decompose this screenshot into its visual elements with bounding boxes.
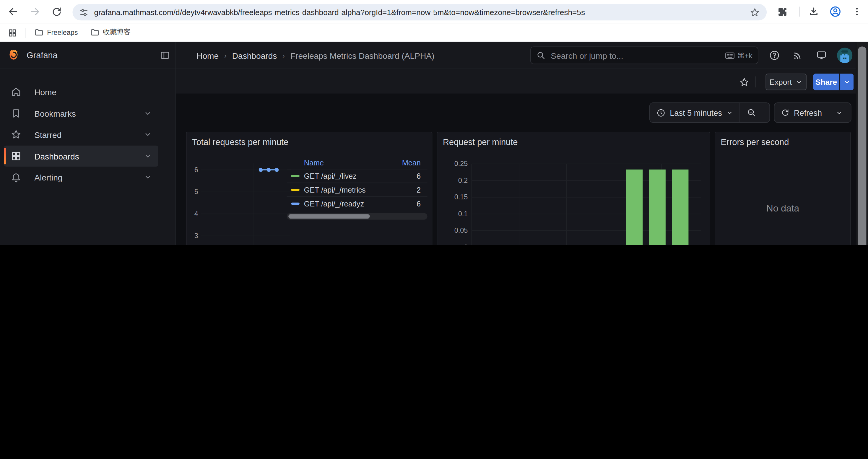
- sidebar-item-label: Bookmarks: [34, 109, 144, 118]
- series-mean: 2: [388, 186, 421, 194]
- breadcrumb-home[interactable]: Home: [196, 51, 219, 60]
- star-icon: [11, 129, 22, 140]
- downloads-button[interactable]: [806, 4, 821, 19]
- favorite-dashboard-button[interactable]: [736, 74, 752, 90]
- legend-row[interactable]: GET /api/_/livez 6: [287, 169, 428, 183]
- display-button[interactable]: [816, 50, 827, 61]
- sidebar-item-alerting[interactable]: Alerting: [4, 167, 158, 188]
- total-requests-chart[interactable]: 6543217:40: [191, 159, 295, 245]
- legend-table: Name Mean GET /api/_/livez 6 GET /api/_/…: [287, 157, 428, 220]
- search-icon: [536, 51, 546, 60]
- clock-icon: [656, 108, 665, 117]
- legend-col-name[interactable]: Name: [304, 159, 388, 167]
- sidebar-item-label: Alerting: [34, 172, 144, 182]
- legend-row[interactable]: GET /api/_/metrics 2: [287, 183, 428, 196]
- apps-grid-button[interactable]: [4, 25, 20, 40]
- svg-text:0.05: 0.05: [454, 227, 468, 234]
- panel-title[interactable]: Total requests per minute: [192, 137, 288, 147]
- export-button[interactable]: Export: [766, 73, 807, 90]
- legend-col-mean[interactable]: Mean: [388, 159, 421, 167]
- svg-text:0.2: 0.2: [458, 177, 468, 184]
- search-box[interactable]: ⌘+k: [530, 46, 758, 64]
- help-button[interactable]: [769, 50, 780, 61]
- time-range-picker[interactable]: Last 5 minutes: [650, 103, 740, 123]
- grafana-app: Home › Dashboards › Freeleaps Metrics Da…: [0, 42, 868, 245]
- svg-text:3: 3: [194, 232, 198, 239]
- legend-header: Name Mean: [287, 157, 428, 169]
- chevron-down-icon[interactable]: [144, 152, 152, 160]
- sidebar-item-home[interactable]: Home: [4, 81, 158, 102]
- back-icon: [8, 6, 19, 17]
- reload-button[interactable]: [49, 4, 64, 19]
- zoom-out-icon: [747, 108, 756, 117]
- grafana-brand: Grafana: [27, 51, 58, 61]
- panel-errors-per-second: Errors per second No data: [715, 132, 851, 245]
- bookmarks-divider: [25, 28, 25, 38]
- sidebar-item-starred[interactable]: Starred: [4, 124, 158, 145]
- chevron-down-icon[interactable]: [144, 109, 152, 117]
- url-text[interactable]: grafana.mathmast.com/d/deytv4rwavabkb/fr…: [94, 8, 749, 17]
- search-input[interactable]: [550, 50, 721, 61]
- refresh-icon: [781, 108, 789, 117]
- kebab-menu-icon: [852, 6, 862, 17]
- series-mean: 6: [388, 199, 421, 208]
- profile-button[interactable]: [828, 4, 843, 19]
- refresh-button[interactable]: Refresh: [774, 103, 829, 123]
- series-name[interactable]: GET /api/_/readyz: [304, 199, 388, 208]
- vertical-scrollbar[interactable]: [856, 42, 868, 245]
- legend-scrollbar[interactable]: [287, 213, 428, 220]
- forward-button[interactable]: [27, 4, 42, 19]
- bookmark-folder-blogs[interactable]: 收藏博客: [90, 28, 131, 37]
- svg-text:0: 0: [464, 243, 468, 245]
- url-bar[interactable]: grafana.mathmast.com/d/deytv4rwavabkb/fr…: [72, 4, 767, 21]
- refresh-interval-button[interactable]: [829, 103, 849, 123]
- grafana-logo[interactable]: [7, 49, 20, 62]
- svg-text:5: 5: [194, 188, 198, 196]
- share-label: Share: [815, 77, 837, 86]
- browser-menu-button[interactable]: [849, 4, 864, 19]
- series-dash: [291, 175, 300, 177]
- export-label: Export: [769, 77, 792, 86]
- scrollbar-thumb[interactable]: [858, 46, 866, 245]
- bookmark-folder-freeleaps[interactable]: Freeleaps: [34, 28, 78, 37]
- home-icon: [11, 86, 22, 97]
- scrollbar-thumb[interactable]: [288, 214, 370, 219]
- panel-title[interactable]: Request per minute: [443, 137, 518, 147]
- svg-text:0.1: 0.1: [458, 210, 468, 218]
- user-avatar[interactable]: [837, 47, 852, 63]
- time-range-label: Last 5 minutes: [670, 108, 722, 117]
- search-shortcut: ⌘+k: [725, 51, 752, 59]
- request-per-minute-chart[interactable]: 17:37:0017:38:0017:39:0017:40:0017:41:00…: [442, 157, 706, 245]
- back-button[interactable]: [6, 4, 21, 19]
- svg-text:0.25: 0.25: [454, 160, 468, 167]
- help-icon: [769, 50, 780, 61]
- bookmark-folder-label: Freeleaps: [47, 28, 78, 36]
- svg-text:6: 6: [194, 166, 198, 174]
- breadcrumb-current: Freeleaps Metrics Dashboard (ALPHA): [290, 51, 434, 60]
- sidebar-item-label: Starred: [34, 130, 144, 139]
- extensions-button[interactable]: [774, 4, 790, 19]
- zoom-out-button[interactable]: [740, 103, 763, 123]
- bookmark-star-icon[interactable]: [749, 7, 760, 18]
- panel-title[interactable]: Errors per second: [721, 137, 789, 147]
- star-icon: [739, 77, 749, 88]
- sidebar: Grafana Home Bookmarks Starred Dashboar: [0, 42, 176, 245]
- share-button[interactable]: Share: [813, 73, 839, 90]
- sidebar-item-dashboards[interactable]: Dashboards: [4, 145, 158, 167]
- news-button[interactable]: [792, 50, 803, 61]
- series-dash: [291, 202, 300, 205]
- svg-text:0.15: 0.15: [454, 193, 468, 201]
- series-dash: [291, 189, 300, 191]
- site-settings-icon[interactable]: [79, 7, 89, 17]
- sidebar-item-bookmarks[interactable]: Bookmarks: [4, 103, 158, 124]
- series-name[interactable]: GET /api/_/livez: [304, 172, 388, 180]
- series-name[interactable]: GET /api/_/metrics: [304, 186, 388, 194]
- chevron-down-icon[interactable]: [144, 173, 152, 181]
- legend-row[interactable]: GET /api/_/readyz 6: [287, 196, 428, 210]
- breadcrumb-dashboards[interactable]: Dashboards: [232, 51, 277, 60]
- time-range-group: Last 5 minutes: [649, 102, 770, 123]
- chevron-down-icon[interactable]: [144, 131, 152, 138]
- active-indicator: [4, 148, 6, 164]
- dock-menu-icon[interactable]: [160, 51, 170, 61]
- share-menu-button[interactable]: [840, 73, 854, 90]
